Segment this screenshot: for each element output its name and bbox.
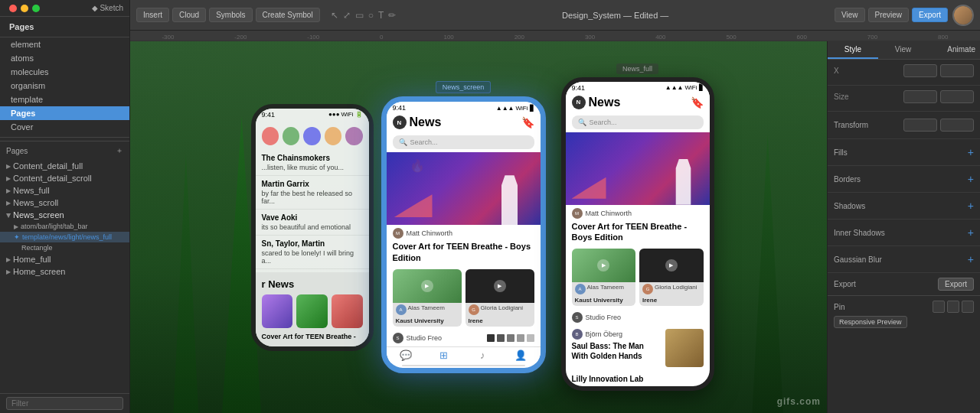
oval-tool-icon[interactable]: ○	[368, 10, 374, 21]
shadows-section[interactable]: Shadows +	[828, 193, 980, 220]
layer-tab-bar[interactable]: ▶ atom/bar/light/tab_bar	[0, 221, 129, 232]
studio-name-right: Studio Freo	[586, 314, 622, 321]
layer-home-full[interactable]: ▶ Home_full	[0, 253, 129, 265]
studio-icon-right: S	[572, 312, 583, 323]
pin-lock[interactable]	[947, 301, 959, 313]
pin-resize[interactable]	[962, 301, 974, 313]
x-input[interactable]	[903, 64, 937, 77]
animate-button[interactable]: Animate	[928, 41, 980, 59]
pin-controls[interactable]	[933, 301, 974, 313]
phone-left-partial: 9:41 ●●● WiFi 🔋	[251, 104, 374, 351]
cards-row-right: ▶ A Alas Tameem Kaust University	[566, 246, 710, 309]
avatar-1	[262, 127, 279, 145]
sidebar-item-cover[interactable]: Cover	[0, 120, 129, 134]
layer-news-full-template[interactable]: ✦ template/news/light/news_full	[0, 232, 129, 242]
battery-icon-left: 🔋	[355, 111, 363, 118]
maximize-button[interactable]	[32, 5, 40, 12]
export-button[interactable]: Export	[912, 8, 948, 22]
inspector-tab-view[interactable]: View	[878, 41, 929, 59]
color-palette-center	[487, 334, 534, 342]
sidebar-item-atoms[interactable]: atoms	[0, 51, 129, 65]
add-inner-shadow-button[interactable]: +	[968, 226, 974, 239]
user-avatar[interactable]	[952, 5, 974, 26]
view-button[interactable]: View	[835, 8, 865, 22]
partial-article-title: Cover Art for TEEN Breathe -	[262, 333, 363, 340]
article-title-right: Cover Art for TEEN Breathe - Boys Editio…	[566, 220, 710, 246]
symbols-button[interactable]: Symbols	[209, 8, 252, 22]
text-tool-icon[interactable]: T	[378, 10, 384, 21]
height-input[interactable]	[940, 90, 974, 103]
layer-news-scroll[interactable]: ▶ News_scroll	[0, 197, 129, 209]
add-blur-button[interactable]: +	[968, 253, 974, 265]
add-shadow-button[interactable]: +	[968, 200, 974, 212]
sketch-logo-text: ◆ Sketch	[92, 4, 123, 12]
width-input[interactable]	[903, 90, 937, 103]
tab-profile[interactable]: 👤	[501, 350, 540, 360]
filter-input[interactable]	[6, 397, 123, 410]
sidebar-item-pages-active[interactable]: Pages	[0, 106, 129, 120]
insert-button[interactable]: Insert	[136, 8, 169, 22]
layer-rectangle[interactable]: Rectangle	[0, 242, 129, 253]
article-3-title: Lilly Innovation Lab	[572, 375, 704, 383]
inner-shadows-section[interactable]: Inner Shadows +	[828, 220, 980, 246]
card-1-title-right: Kaust University	[572, 296, 636, 306]
fills-section[interactable]: Fills +	[828, 139, 980, 166]
tab-bar-center[interactable]: 💬 ⊞ ♪ 👤	[387, 346, 541, 363]
cards-row-center: ▶ A Alas Tameem Kaust University	[387, 266, 541, 330]
move-tool-icon[interactable]: ↖	[331, 10, 338, 21]
tab-music[interactable]: ♪	[463, 350, 501, 360]
borders-section[interactable]: Borders +	[828, 166, 980, 193]
pin-toggle[interactable]	[933, 301, 945, 313]
traffic-lights[interactable]	[6, 5, 43, 12]
export-action-button[interactable]: Export	[938, 278, 974, 291]
add-border-button[interactable]: +	[968, 173, 974, 185]
inspector-tab-style[interactable]: Style	[828, 41, 878, 59]
layer-news-screen[interactable]: ▶ News_screen	[0, 209, 129, 221]
add-fill-button[interactable]: +	[968, 146, 974, 158]
card-2-meta: G Gloria Lodigiani	[466, 303, 534, 317]
layer-home-screen[interactable]: ▶ Home_screen	[0, 265, 129, 278]
search-bar-center[interactable]: 🔍 Search...	[393, 135, 534, 149]
tab-bubble[interactable]: 💬	[387, 350, 425, 360]
size-section: Size	[828, 86, 980, 112]
inspector-panel: Style View Animate X Size	[827, 41, 980, 413]
watermark: gifs.com	[777, 396, 821, 407]
article-title-center: Cover Art for TEEN Breathe - Boys Editio…	[387, 239, 541, 266]
vector-tool-icon[interactable]: ✏	[388, 10, 396, 21]
rectangle-tool-icon[interactable]: ▭	[355, 10, 364, 21]
add-page-button[interactable]: ＋	[116, 145, 123, 156]
y-input[interactable]	[940, 64, 974, 77]
transform-x-input[interactable]	[903, 119, 937, 132]
search-bar-right[interactable]: 🔍 Search...	[572, 115, 704, 129]
sidebar-item-organism[interactable]: organism	[0, 79, 129, 93]
scale-tool-icon[interactable]: ⤢	[343, 10, 351, 21]
tab-home[interactable]: ⊞	[425, 350, 463, 360]
partial-thumbs	[256, 291, 369, 331]
layer-content-detail-scroll[interactable]: ▶ Content_detail_scroll	[0, 172, 129, 184]
sidebar-item-molecules[interactable]: molecules	[0, 65, 129, 79]
blur-section[interactable]: Gaussian Blur +	[828, 246, 980, 273]
cloud-button[interactable]: Cloud	[172, 8, 206, 22]
layer-news-full[interactable]: ▶ News_full	[0, 184, 129, 197]
article-meta-right: M Matt Chinworth	[566, 205, 710, 220]
blur-label: Gaussian Blur	[834, 255, 882, 264]
canvas[interactable]: 9:41 ●●● WiFi 🔋	[130, 41, 827, 413]
frame-label-center: News_screen	[436, 81, 492, 93]
transform-y-input[interactable]	[940, 119, 974, 132]
close-button[interactable]	[9, 5, 17, 12]
card-2-img-right: ▶	[639, 249, 704, 282]
responsive-preview-button[interactable]: Responsive Preview	[834, 316, 907, 328]
create-symbol-button[interactable]: Create Symbol	[256, 8, 320, 22]
search-placeholder-right: Search...	[590, 119, 617, 126]
filter-bar[interactable]	[0, 393, 129, 413]
sidebar-item-pages[interactable]: Pages	[5, 20, 125, 34]
sidebar-item-template[interactable]: template	[0, 93, 129, 106]
news-icon-center: N	[393, 115, 407, 129]
export-label: Export	[834, 280, 856, 288]
layer-content-detail-full[interactable]: ▶ Content_detail_full	[0, 160, 129, 172]
x-label: X	[834, 67, 839, 75]
sidebar-item-element[interactable]: element	[0, 37, 129, 51]
minimize-button[interactable]	[21, 5, 28, 12]
preview-button[interactable]: Preview	[868, 8, 910, 22]
inspector-tabs[interactable]: Style View Animate	[828, 41, 980, 60]
